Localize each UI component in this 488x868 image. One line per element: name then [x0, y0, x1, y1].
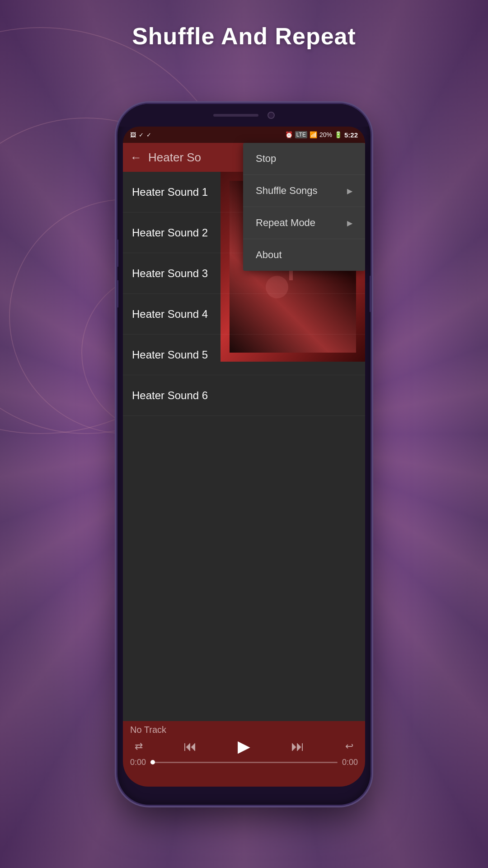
menu-item-stop[interactable]: Stop: [243, 143, 365, 175]
status-icons-right: ⏰ LTE 📶 20% 🔋 5:22: [285, 131, 358, 139]
battery-icon: 🔋: [334, 131, 342, 138]
play-button[interactable]: ▶: [238, 737, 250, 756]
song-name: Heater Sound 4: [132, 308, 208, 321]
menu-item-about[interactable]: About: [243, 239, 365, 271]
phone-frame: 🖼 ✓ ✓ ⏰ LTE 📶 20% 🔋 5:22 ← Heater So Hea…: [117, 104, 371, 805]
time-start: 0:00: [130, 758, 146, 767]
menu-item-about-label: About: [256, 249, 282, 261]
volume-up-button: [117, 240, 118, 267]
phone-camera: [267, 112, 275, 119]
clock: 5:22: [344, 131, 358, 139]
menu-item-repeat-label: Repeat Mode: [256, 217, 315, 229]
notification-icon: 🖼: [130, 132, 136, 138]
check-icon-2: ✓: [146, 132, 151, 138]
current-track: No Track: [130, 725, 358, 735]
song-name: Heater Sound 3: [132, 267, 208, 280]
check-icon: ✓: [139, 132, 144, 138]
shuffle-button[interactable]: ⇄: [135, 741, 143, 752]
app-bar-title: Heater So: [148, 151, 201, 165]
progress-bar[interactable]: [150, 762, 338, 763]
lte-badge: LTE: [295, 131, 307, 138]
player-controls: ⇄ ⏮ ▶ ⏭ ↩: [130, 737, 358, 756]
song-name: Heater Sound 2: [132, 226, 208, 239]
signal-icon: 📶: [310, 131, 317, 138]
list-item[interactable]: Heater Sound 6: [123, 375, 365, 416]
phone-top-bar: [117, 104, 371, 127]
song-name: Heater Sound 6: [132, 389, 208, 402]
next-button[interactable]: ⏭: [291, 739, 305, 754]
submenu-arrow-icon-2: ▶: [347, 219, 352, 227]
status-icons-left: 🖼 ✓ ✓: [130, 132, 151, 138]
progress-row: 0:00 0:00: [130, 758, 358, 767]
prev-button[interactable]: ⏮: [183, 739, 197, 754]
back-button[interactable]: ←: [130, 151, 142, 165]
status-bar: 🖼 ✓ ✓ ⏰ LTE 📶 20% 🔋 5:22: [123, 127, 365, 143]
bottom-player: No Track ⇄ ⏮ ▶ ⏭ ↩ 0:00 0:00: [123, 721, 365, 787]
power-button: [370, 276, 371, 312]
menu-item-shuffle[interactable]: Shuffle Songs ▶: [243, 175, 365, 207]
repeat-button[interactable]: ↩: [345, 741, 353, 752]
battery-text: 20%: [319, 131, 332, 138]
song-name: Heater Sound 5: [132, 349, 208, 361]
menu-item-repeat[interactable]: Repeat Mode ▶: [243, 207, 365, 239]
alarm-icon: ⏰: [285, 131, 293, 138]
song-name: Heater Sound 1: [132, 186, 208, 198]
submenu-arrow-icon: ▶: [347, 187, 352, 195]
menu-item-stop-label: Stop: [256, 153, 276, 165]
page-title: Shuffle And Repeat: [0, 23, 488, 50]
context-menu: Stop Shuffle Songs ▶ Repeat Mode ▶ About: [243, 143, 365, 271]
volume-down-button: [117, 280, 118, 307]
progress-dot: [150, 760, 155, 764]
time-end: 0:00: [342, 758, 358, 767]
menu-item-shuffle-label: Shuffle Songs: [256, 185, 318, 197]
list-item[interactable]: Heater Sound 4: [123, 294, 365, 335]
list-item[interactable]: Heater Sound 5: [123, 335, 365, 375]
phone-speaker: [213, 114, 258, 117]
